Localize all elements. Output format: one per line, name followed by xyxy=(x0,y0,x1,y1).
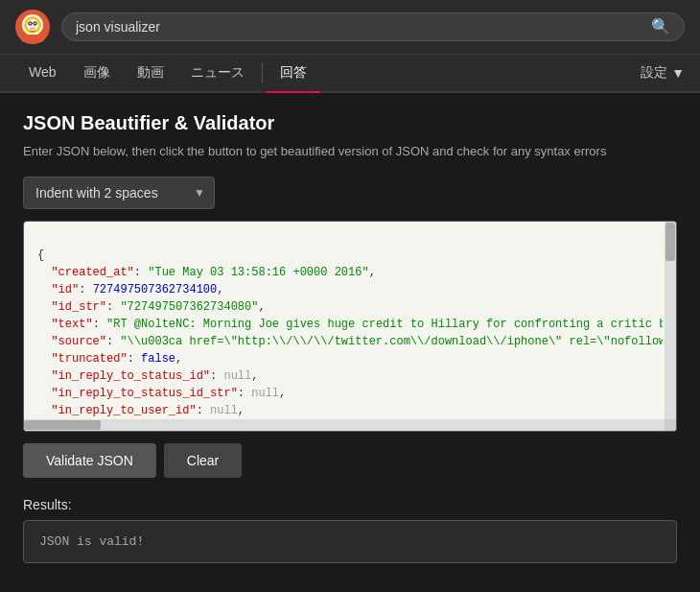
key-id: "id" xyxy=(51,283,79,296)
main-content: JSON Beautifier & Validator Enter JSON b… xyxy=(0,93,700,582)
page-title: JSON Beautifier & Validator xyxy=(23,112,677,134)
json-editor[interactable]: { "created_at": "Tue May 03 13:58:16 +00… xyxy=(24,222,663,419)
val-text: "RT @NolteNC: Morning Joe gives huge cre… xyxy=(106,318,663,331)
logo xyxy=(15,10,50,44)
svg-point-8 xyxy=(30,27,35,29)
results-value: JSON is valid! xyxy=(39,534,144,549)
val-reply-user-id: null xyxy=(210,404,238,417)
val-created-at: "Tue May 03 13:58:16 +0000 2016" xyxy=(148,266,368,279)
indent-dropdown[interactable]: Indent with 2 spaces Indent with 4 space… xyxy=(23,177,215,209)
val-reply-status-id: null xyxy=(223,369,251,383)
key-reply-status-id: "in_reply_to_status_id" xyxy=(51,369,210,383)
settings-chevron-icon: ▼ xyxy=(671,65,685,81)
key-created-at: "created_at" xyxy=(51,266,133,279)
svg-point-7 xyxy=(35,23,36,25)
page-description: Enter JSON below, then click the button … xyxy=(23,142,677,161)
horizontal-scrollbar-thumb[interactable] xyxy=(24,420,101,430)
action-buttons: Validate JSON Clear xyxy=(23,443,677,478)
nav-items: Web 画像 動画 ニュース 回答 xyxy=(15,55,320,91)
nav-item-answers[interactable]: 回答 xyxy=(267,55,320,93)
search-button[interactable]: 🔍 xyxy=(651,19,670,35)
val-truncated: false xyxy=(141,352,175,366)
settings-menu[interactable]: 設定 ▼ xyxy=(641,64,685,82)
svg-rect-9 xyxy=(21,35,44,42)
results-box: JSON is valid! xyxy=(23,520,677,563)
val-source: "\\u003ca href=\"http:\\/\\/\\/twitter.c… xyxy=(120,335,663,348)
nav-divider xyxy=(262,62,263,83)
scrollbar-corner xyxy=(665,419,676,431)
results-label: Results: xyxy=(23,497,677,512)
key-id-str: "id_str" xyxy=(51,300,106,314)
header: 🔍 xyxy=(0,0,700,55)
horizontal-scrollbar[interactable] xyxy=(24,419,665,431)
key-reply-status-id-str: "in_reply_to_status_id_str" xyxy=(51,387,237,400)
nav-item-web[interactable]: Web xyxy=(15,55,70,93)
json-editor-container: { "created_at": "Tue May 03 13:58:16 +00… xyxy=(23,221,677,432)
search-bar: 🔍 xyxy=(61,12,685,41)
settings-label: 設定 xyxy=(641,64,667,82)
val-id-str: "727497507362734080" xyxy=(120,300,258,314)
nav-item-videos[interactable]: 動画 xyxy=(124,55,177,93)
val-reply-status-id-str: null xyxy=(251,387,279,400)
svg-point-6 xyxy=(30,23,32,25)
key-text: "text" xyxy=(51,318,92,331)
validate-button[interactable]: Validate JSON xyxy=(23,443,156,478)
key-source: "source" xyxy=(51,335,106,348)
val-id: 727497507362734100 xyxy=(93,283,218,296)
brace-open: { xyxy=(37,249,44,262)
indent-dropdown-container: Indent with 2 spaces Indent with 4 space… xyxy=(23,177,215,209)
nav-item-news[interactable]: ニュース xyxy=(177,55,258,93)
nav-item-images[interactable]: 画像 xyxy=(70,55,124,93)
clear-button[interactable]: Clear xyxy=(164,443,242,478)
vertical-scrollbar-thumb[interactable] xyxy=(665,223,675,261)
key-truncated: "truncated" xyxy=(51,352,127,366)
indent-dropdown-wrapper: Indent with 2 spaces Indent with 4 space… xyxy=(23,177,677,209)
key-reply-user-id: "in_reply_to_user_id" xyxy=(51,404,196,417)
vertical-scrollbar[interactable] xyxy=(665,222,676,419)
search-input[interactable] xyxy=(76,19,643,35)
nav-bar: Web 画像 動画 ニュース 回答 設定 ▼ xyxy=(0,55,700,93)
